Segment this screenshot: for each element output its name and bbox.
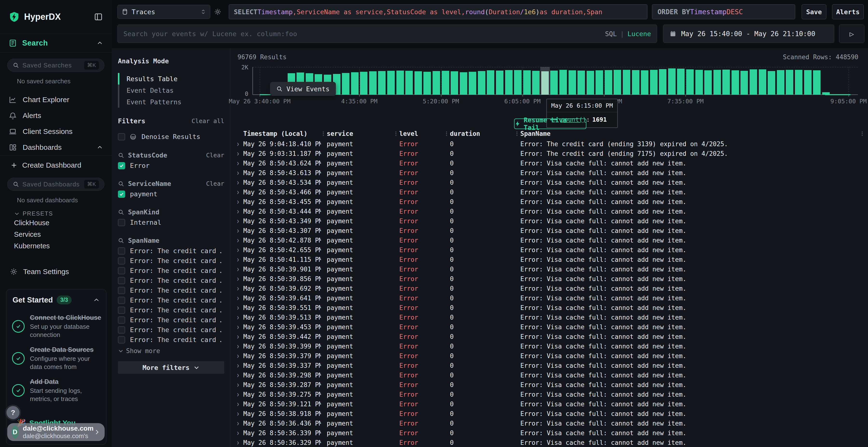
column-resize-handle[interactable]: [515, 132, 520, 136]
preset-item-clickhouse[interactable]: ClickHouse: [14, 217, 112, 229]
row-expander-chevron-icon[interactable]: ›: [233, 294, 243, 303]
user-account-chip[interactable]: D dale@clickhouse.com dale@clickhouse.co…: [7, 423, 105, 441]
filter-option[interactable]: Error: The credit card …: [118, 257, 224, 264]
row-expander-chevron-icon[interactable]: ›: [233, 149, 243, 158]
histogram-bar[interactable]: [414, 71, 422, 95]
checkbox-unchecked[interactable]: [118, 247, 125, 254]
table-row[interactable]: ›May 26 8:50:42.655 PMpaymentError0Error…: [233, 245, 866, 255]
drag-handle-icon[interactable]: [862, 132, 864, 136]
histogram-bar[interactable]: [777, 70, 784, 95]
histogram-bar[interactable]: [568, 70, 576, 95]
presets-toggle[interactable]: PRESETS: [14, 210, 112, 217]
create-dashboard-button[interactable]: Create Dashboard: [0, 158, 112, 173]
clear-filter-link[interactable]: Clear: [206, 180, 224, 187]
checkbox-unchecked[interactable]: [118, 336, 125, 343]
saved-searches-input[interactable]: Saved Searches ⌘K: [7, 59, 104, 72]
column-header-level[interactable]: level: [399, 130, 444, 137]
histogram-bar[interactable]: [351, 72, 359, 95]
histogram-bar[interactable]: [713, 70, 721, 95]
histogram-bar[interactable]: [595, 70, 603, 95]
table-row[interactable]: ›May 26 9:03:31.187 PMpaymentError0Error…: [233, 149, 866, 159]
sidebar-item-team-settings[interactable]: Team Settings: [0, 264, 112, 280]
table-row[interactable]: ›May 26 8:50:39.337 PMpaymentError0Error…: [233, 361, 866, 370]
histogram-bar[interactable]: [768, 71, 775, 95]
histogram-bar[interactable]: [559, 70, 567, 95]
histogram-bar[interactable]: [505, 70, 513, 95]
more-filters-button[interactable]: More filters: [118, 361, 224, 374]
histogram-bar[interactable]: [478, 71, 485, 95]
histogram-bar[interactable]: [813, 70, 820, 95]
histogram-bar[interactable]: [668, 68, 676, 95]
clear-filter-link[interactable]: Clear: [206, 152, 224, 159]
sidebar-item-dashboards[interactable]: Dashboards: [0, 139, 112, 156]
table-row[interactable]: ›May 26 8:50:43.307 PMpaymentError0Error…: [233, 226, 866, 236]
histogram-bar[interactable]: [686, 69, 694, 95]
sidebar-collapse-icon[interactable]: [94, 12, 103, 22]
select-clause-input[interactable]: SELECT Timestamp, ServiceName as service…: [229, 4, 647, 19]
column-header-service[interactable]: service: [327, 130, 394, 137]
table-row[interactable]: ›May 26 8:50:42.878 PMpaymentError0Error…: [233, 236, 866, 245]
column-resize-handle[interactable]: [394, 132, 399, 136]
histogram-bar[interactable]: [722, 70, 730, 95]
drag-handle-icon[interactable]: [323, 132, 325, 136]
histogram-bar[interactable]: [623, 70, 630, 95]
table-row[interactable]: ›May 26 8:50:39.551 PMpaymentError0Error…: [233, 303, 866, 313]
row-expander-chevron-icon[interactable]: ›: [233, 226, 243, 235]
show-more-link[interactable]: Show more: [118, 347, 224, 354]
histogram-bar[interactable]: [659, 69, 666, 95]
drag-handle-icon[interactable]: [446, 132, 448, 136]
get-started-item[interactable]: Add DataStart sending logs, metrics, or …: [12, 378, 101, 403]
row-expander-chevron-icon[interactable]: ›: [233, 322, 243, 332]
saved-dashboards-input[interactable]: Saved Dashboards ⌘K: [7, 178, 104, 191]
row-expander-chevron-icon[interactable]: ›: [233, 255, 243, 264]
histogram-bar[interactable]: [514, 70, 522, 95]
histogram-bar[interactable]: [632, 70, 640, 95]
row-expander-chevron-icon[interactable]: ›: [233, 409, 243, 418]
save-button[interactable]: Save: [802, 4, 826, 19]
checkbox-unchecked[interactable]: [118, 297, 125, 304]
alerts-button[interactable]: Alerts: [832, 4, 864, 19]
filter-option[interactable]: Error: The credit card …: [118, 287, 224, 294]
get-started-item[interactable]: Create Data SourcesConfigure where your …: [12, 346, 101, 371]
table-row[interactable]: ›May 26 8:50:36.339 PMpaymentError0Error…: [233, 428, 866, 438]
events-histogram[interactable]: May 26 3:40:00 PM4:35:00 PM5:20:00 PM6:0…: [253, 67, 858, 95]
row-expander-chevron-icon[interactable]: ›: [233, 236, 243, 245]
histogram-bar[interactable]: [786, 70, 793, 95]
table-row[interactable]: ›May 26 8:50:43.349 PMpaymentError0Error…: [233, 216, 866, 226]
checkbox-checked[interactable]: [118, 191, 125, 198]
chevron-up-icon[interactable]: [93, 297, 100, 304]
histogram-bar[interactable]: [759, 69, 766, 95]
row-expander-chevron-icon[interactable]: ›: [233, 380, 243, 389]
checkbox-checked[interactable]: [118, 162, 125, 169]
filter-option[interactable]: Error: The credit card …: [118, 297, 224, 304]
source-select[interactable]: Traces: [117, 5, 210, 19]
table-row[interactable]: ›May 26 8:50:43.624 PMpaymentError0Error…: [233, 159, 866, 168]
histogram-bar[interactable]: [587, 71, 594, 95]
checkbox-unchecked[interactable]: [118, 326, 125, 334]
row-expander-chevron-icon[interactable]: ›: [233, 361, 243, 370]
histogram-bar[interactable]: [342, 73, 349, 95]
histogram-bar[interactable]: [578, 71, 585, 95]
table-row[interactable]: ›May 26 8:50:36.436 PMpaymentError0Error…: [233, 419, 866, 428]
table-row[interactable]: ›May 26 8:50:41.115 PMpaymentError0Error…: [233, 255, 866, 265]
histogram-bar[interactable]: [369, 71, 377, 95]
get-started-item[interactable]: Connect to ClickHouseSet up your databas…: [12, 314, 101, 339]
table-row[interactable]: ›May 26 8:50:39.399 PMpaymentError0Error…: [233, 342, 866, 351]
column-resize-handle[interactable]: [444, 132, 450, 136]
histogram-bar[interactable]: [469, 72, 476, 95]
view-events-button[interactable]: View Events: [270, 82, 336, 96]
run-query-button[interactable]: ▷: [839, 25, 864, 43]
sidebar-item-client-sessions[interactable]: Client Sessions: [0, 124, 112, 139]
table-row[interactable]: ›May 26 8:50:39.901 PMpaymentError0Error…: [233, 265, 866, 274]
table-row[interactable]: ›May 26 8:50:39.692 PMpaymentError0Error…: [233, 284, 866, 294]
row-expander-chevron-icon[interactable]: ›: [233, 370, 243, 380]
table-row[interactable]: ›May 26 8:50:39.513 PMpaymentError0Error…: [233, 313, 866, 322]
preset-item-kubernetes[interactable]: Kubernetes: [14, 240, 112, 252]
filter-option[interactable]: Error: The credit card …: [118, 307, 224, 313]
table-row[interactable]: ›May 26 8:50:39.379 PMpaymentError0Error…: [233, 351, 866, 361]
row-expander-chevron-icon[interactable]: ›: [233, 313, 243, 322]
checkbox-unchecked[interactable]: [118, 219, 125, 226]
table-row[interactable]: ›May 26 8:50:38.918 PMpaymentError0Error…: [233, 409, 866, 419]
row-expander-chevron-icon[interactable]: ›: [233, 159, 243, 168]
histogram-bar[interactable]: [795, 70, 802, 95]
